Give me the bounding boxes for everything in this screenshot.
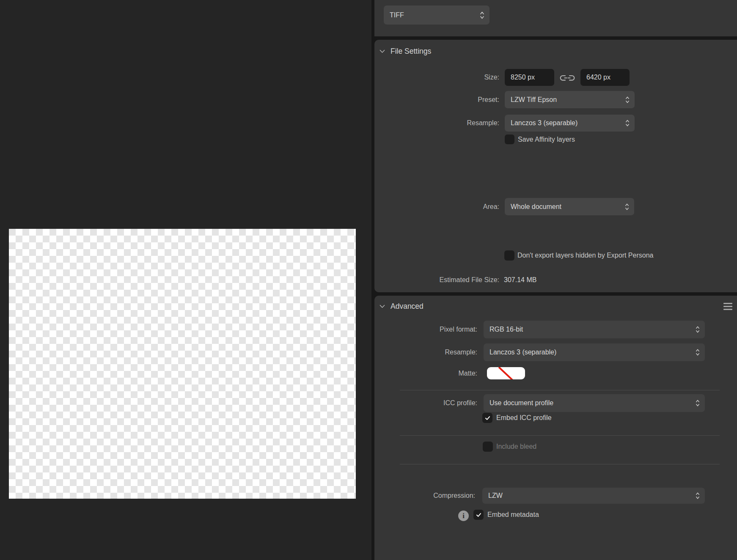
- embed-icc-label: Embed ICC profile: [496, 413, 552, 423]
- resample-dropdown[interactable]: Lanczos 3 (separable): [505, 115, 635, 132]
- collapse-chevron-icon: [380, 305, 385, 308]
- area-dropdown-value: Whole document: [511, 203, 561, 211]
- dropdown-spinner-icon: [625, 96, 630, 104]
- format-dropdown-value: TIFF: [390, 11, 404, 19]
- resample-dropdown-value: Lanczos 3 (separable): [511, 119, 578, 127]
- dropdown-spinner-icon: [480, 11, 484, 20]
- embed-icc-checkbox[interactable]: [482, 413, 492, 423]
- size-width-value: 8250 px: [511, 74, 535, 81]
- pixel-format-dropdown[interactable]: RGB 16-bit: [484, 321, 705, 338]
- preset-dropdown[interactable]: LZW Tiff Epson: [505, 91, 635, 108]
- resample-label: Resample:: [374, 115, 499, 132]
- dropdown-spinner-icon: [696, 399, 700, 407]
- save-affinity-layers-checkbox[interactable]: [505, 135, 514, 144]
- pixel-format-dropdown-value: RGB 16-bit: [490, 326, 523, 333]
- dropdown-spinner-icon: [696, 491, 700, 500]
- divider: [400, 464, 720, 464]
- dont-export-hidden-label: Don't export layers hidden by Export Per…: [517, 250, 653, 261]
- info-icon[interactable]: i: [458, 511, 469, 521]
- transparent-document-preview: [9, 229, 356, 499]
- estimated-file-size-value: 307.14 MB: [504, 275, 536, 285]
- compression-dropdown-value: LZW: [488, 492, 503, 500]
- dropdown-spinner-icon: [625, 119, 630, 127]
- include-bleed-label: Include bleed: [496, 442, 536, 452]
- format-section: TIFF: [374, 0, 737, 36]
- matte-none-swatch[interactable]: [487, 367, 525, 379]
- info-glyph: i: [462, 512, 465, 519]
- dropdown-spinner-icon: [696, 325, 700, 334]
- embed-metadata-checkbox[interactable]: [473, 510, 484, 520]
- panel-menu-icon[interactable]: [723, 303, 732, 310]
- dropdown-spinner-icon: [696, 348, 700, 357]
- area-dropdown[interactable]: Whole document: [505, 198, 634, 215]
- embed-metadata-label: Embed metadata: [487, 510, 539, 520]
- none-slash-icon: [487, 367, 525, 379]
- checkmark-icon: [476, 512, 482, 518]
- tiff-export-dialog: TIFF File Settings Size: 8250 px 6420 px: [0, 0, 737, 560]
- format-dropdown[interactable]: TIFF: [384, 5, 490, 25]
- estimated-file-size-label: Estimated File Size:: [374, 275, 499, 285]
- dropdown-spinner-icon: [625, 203, 629, 211]
- file-settings-header[interactable]: File Settings: [380, 47, 431, 56]
- preset-dropdown-value: LZW Tiff Epson: [511, 96, 557, 104]
- advanced-section: Advanced Pixel format: RGB 16-bit Resamp…: [374, 296, 737, 560]
- size-height-input[interactable]: 6420 px: [580, 69, 630, 86]
- pixel-format-label: Pixel format:: [374, 321, 477, 338]
- icc-profile-dropdown[interactable]: Use document profile: [484, 394, 705, 412]
- advanced-resample-dropdown[interactable]: Lanczos 3 (separable): [484, 343, 705, 361]
- icc-profile-label: ICC profile:: [374, 394, 477, 412]
- icc-profile-dropdown-value: Use document profile: [490, 399, 553, 407]
- advanced-header[interactable]: Advanced: [380, 302, 424, 311]
- dont-export-hidden-checkbox[interactable]: [504, 250, 514, 261]
- save-affinity-layers-label: Save Affinity layers: [518, 135, 575, 144]
- size-height-value: 6420 px: [586, 74, 610, 81]
- compression-dropdown[interactable]: LZW: [482, 488, 705, 504]
- size-width-input[interactable]: 8250 px: [505, 69, 554, 86]
- file-settings-section: File Settings Size: 8250 px 6420 px Pres…: [374, 40, 737, 292]
- divider: [400, 435, 720, 436]
- matte-label: Matte:: [374, 367, 477, 379]
- advanced-title: Advanced: [390, 302, 424, 311]
- advanced-resample-label: Resample:: [374, 343, 477, 361]
- advanced-resample-dropdown-value: Lanczos 3 (separable): [490, 349, 556, 356]
- link-dimensions-icon[interactable]: [559, 73, 575, 82]
- checkmark-icon: [484, 415, 491, 421]
- compression-label: Compression:: [374, 488, 475, 504]
- collapse-chevron-icon: [380, 49, 385, 53]
- document-viewport: [0, 0, 371, 560]
- divider: [400, 390, 720, 390]
- file-settings-title: File Settings: [390, 47, 431, 56]
- preset-label: Preset:: [374, 91, 499, 108]
- size-label: Size:: [374, 69, 499, 86]
- export-settings-panel: TIFF File Settings Size: 8250 px 6420 px: [374, 0, 737, 560]
- area-label: Area:: [374, 198, 499, 215]
- include-bleed-checkbox[interactable]: [483, 442, 493, 452]
